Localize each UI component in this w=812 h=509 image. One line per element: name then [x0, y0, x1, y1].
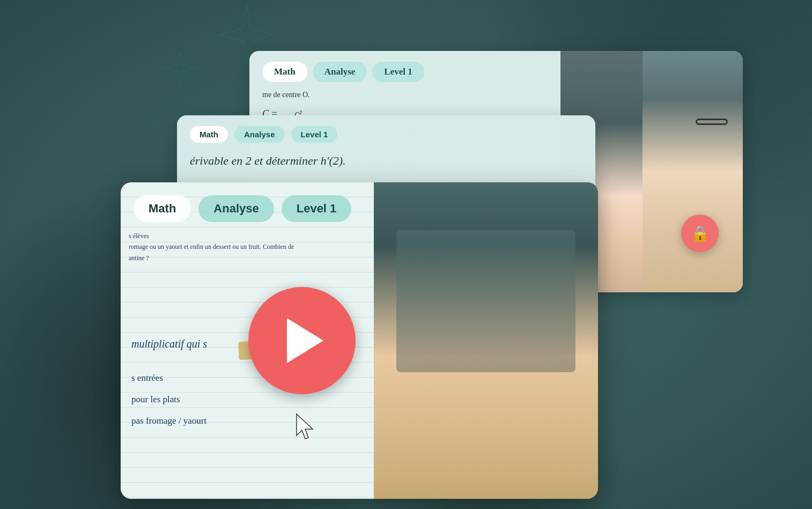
tag-level-back[interactable]: Level 1: [372, 62, 424, 82]
sparkle-small-icon: [164, 51, 198, 91]
tag-level-middle[interactable]: Level 1: [291, 126, 338, 143]
lock-button[interactable]: 🔒: [681, 215, 719, 252]
tag-math-back[interactable]: Math: [262, 62, 307, 82]
card-middle-tags: Math Analyse Level 1: [190, 126, 582, 143]
hw-plats: pour les plats: [131, 394, 180, 405]
play-icon: [287, 318, 323, 363]
hw-fromage: pas fromage / yaourt: [131, 416, 206, 426]
hw-entries: s entrées: [131, 373, 163, 383]
person-2-simulation: [643, 51, 743, 292]
tag-level-front[interactable]: Level 1: [282, 195, 352, 222]
tag-math-middle[interactable]: Math: [190, 126, 228, 143]
hw-multiplicatif: multiplicatif qui s: [131, 338, 207, 350]
card-front-tags: Math Analyse Level 1: [134, 195, 351, 222]
glasses-decoration: [696, 119, 728, 125]
tag-analyse-front[interactable]: Analyse: [198, 195, 274, 222]
play-button[interactable]: [248, 287, 356, 394]
tag-analyse-middle[interactable]: Analyse: [234, 126, 285, 143]
tag-math-front[interactable]: Math: [134, 195, 191, 222]
card-back-tags: Math Analyse Level 1: [262, 62, 548, 82]
card-front: Math Analyse Level 1 s élèves romage ou …: [121, 182, 598, 499]
hw-text-top: s élèves romage ou un yaourt et enfin un…: [129, 231, 294, 263]
person-video-area: [374, 182, 598, 499]
tag-analyse-back[interactable]: Analyse: [313, 62, 367, 82]
lock-icon: 🔒: [691, 225, 710, 242]
